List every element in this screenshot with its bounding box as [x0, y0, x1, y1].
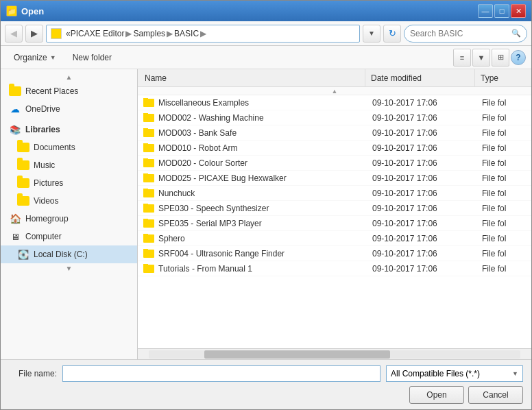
file-type: File fol	[476, 189, 531, 198]
file-folder-icon	[143, 265, 154, 273]
path-dropdown-button[interactable]: ▼	[363, 25, 380, 43]
file-type: File fol	[476, 143, 531, 153]
sidebar-item-recent-places[interactable]: Recent Places	[1, 82, 137, 100]
scroll-indicator-top[interactable]: ▲	[138, 87, 531, 95]
sidebar-item-pictures[interactable]: Pictures	[1, 174, 137, 192]
sidebar-item-documents[interactable]: Documents	[1, 138, 137, 156]
forward-button[interactable]: ▶	[25, 25, 43, 43]
file-list[interactable]: Miscellaneous Examples 09-10-2017 17:06 …	[138, 95, 531, 348]
address-path[interactable]: « PICAXE Editor ▶ Samples ▶ BASIC ▶	[46, 25, 360, 43]
bottom-area: File name: All Compatible Files (*.*) ▼ …	[1, 359, 531, 409]
search-icon: 🔍	[511, 29, 521, 38]
sidebar-item-videos[interactable]: Videos	[1, 192, 137, 210]
file-folder-icon	[143, 159, 154, 167]
sidebar-item-computer[interactable]: 🖥 Computer	[1, 228, 137, 245]
sidebar-scroll-up[interactable]: ▲	[1, 72, 137, 82]
sidebar-label-recent-places: Recent Places	[25, 86, 78, 96]
file-row[interactable]: SPE035 - Serial MP3 Player 09-10-2017 17…	[138, 216, 531, 231]
videos-icon	[17, 195, 29, 207]
file-row[interactable]: MOD020 - Colour Sorter 09-10-2017 17:06 …	[138, 156, 531, 171]
new-folder-button[interactable]: New folder	[65, 49, 119, 67]
help-button[interactable]: ?	[511, 50, 526, 65]
file-name: MOD002 - Washing Machine	[138, 113, 367, 123]
new-folder-label: New folder	[73, 53, 112, 62]
file-name: SPE035 - Serial MP3 Player	[138, 219, 367, 228]
organize-button[interactable]: Organize ▼	[6, 49, 64, 67]
file-name-text: Miscellaneous Examples	[158, 98, 249, 108]
recent-places-icon	[9, 85, 21, 97]
file-row[interactable]: SPE030 - Speech Synthesizer 09-10-2017 1…	[138, 201, 531, 216]
file-row[interactable]: Miscellaneous Examples 09-10-2017 17:06 …	[138, 95, 531, 110]
file-name-text: Tutorials - From Manual 1	[158, 264, 252, 274]
close-button[interactable]: ✕	[511, 4, 526, 18]
file-panel: Name Date modified Type ▲ Miscellaneous …	[138, 69, 531, 359]
file-folder-icon	[143, 189, 154, 197]
file-name-text: MOD010 - Robot Arm	[158, 143, 237, 153]
sidebar: ▲ Recent Places ☁ OneDrive 📚 Libraries	[1, 69, 138, 359]
file-name-text: SPE035 - Serial MP3 Player	[158, 219, 262, 228]
local-disk-icon: 💽	[17, 248, 29, 261]
sidebar-label-videos: Videos	[34, 196, 58, 206]
sidebar-label-homegroup: Homegroup	[25, 214, 69, 224]
file-type: File fol	[476, 158, 531, 168]
hscroll-thumb	[204, 350, 390, 359]
sidebar-item-onedrive[interactable]: ☁ OneDrive	[1, 100, 137, 118]
file-type: File fol	[476, 173, 531, 183]
col-type[interactable]: Type	[475, 69, 530, 86]
cancel-button[interactable]: Cancel	[468, 386, 523, 404]
file-row[interactable]: Sphero 09-10-2017 17:06 File fol	[138, 231, 531, 246]
file-row[interactable]: MOD003 - Bank Safe 09-10-2017 17:06 File…	[138, 125, 531, 141]
refresh-button[interactable]: ↻	[383, 25, 401, 43]
file-row[interactable]: Tutorials - From Manual 1 09-10-2017 17:…	[138, 261, 531, 276]
search-input[interactable]	[410, 29, 509, 38]
file-name: SPE030 - Speech Synthesizer	[138, 204, 367, 213]
horizontal-scrollbar[interactable]	[138, 348, 531, 359]
view-list-button[interactable]: ≡	[453, 49, 471, 67]
sidebar-scroll-down[interactable]: ▼	[1, 263, 137, 274]
file-name: Tutorials - From Manual 1	[138, 264, 367, 274]
file-date: 09-10-2017 17:06	[367, 234, 476, 243]
documents-icon	[17, 141, 29, 154]
file-name-text: MOD003 - Bank Safe	[158, 128, 237, 138]
file-row[interactable]: SRF004 - Ultrasonic Range Finder 09-10-2…	[138, 246, 531, 261]
file-name-text: SRF004 - Ultrasonic Range Finder	[158, 249, 285, 258]
file-type: File fol	[476, 128, 531, 138]
file-type: File fol	[476, 264, 531, 274]
sidebar-label-documents: Documents	[34, 143, 75, 152]
filetype-dropdown[interactable]: All Compatible Files (*.*) ▼	[386, 365, 523, 382]
toolbar: Organize ▼ New folder ≡ ▼ ⊞ ?	[1, 46, 531, 69]
file-row[interactable]: MOD025 - PICAXE Bug Hexwalker 09-10-2017…	[138, 171, 531, 186]
filename-row: File name: All Compatible Files (*.*) ▼	[9, 365, 523, 382]
view-dropdown-button[interactable]: ▼	[472, 49, 490, 67]
view-grid-button[interactable]: ⊞	[492, 49, 509, 67]
sidebar-item-local-disk[interactable]: 💽 Local Disk (C:)	[1, 245, 137, 263]
file-folder-icon	[143, 99, 154, 107]
sidebar-label-pictures: Pictures	[34, 178, 63, 188]
col-date[interactable]: Date modified	[365, 69, 475, 86]
filename-input[interactable]	[62, 365, 380, 382]
file-type: File fol	[476, 219, 531, 228]
file-type: File fol	[476, 98, 531, 108]
file-name: SRF004 - Ultrasonic Range Finder	[138, 249, 367, 258]
back-button[interactable]: ◀	[5, 25, 23, 43]
maximize-button[interactable]: □	[494, 4, 509, 18]
file-row[interactable]: Nunchuck 09-10-2017 17:06 File fol	[138, 186, 531, 201]
window-title: Open	[21, 6, 478, 16]
file-type: File fol	[476, 113, 531, 123]
file-date: 09-10-2017 17:06	[367, 128, 476, 138]
sidebar-item-homegroup[interactable]: 🏠 Homegroup	[1, 210, 137, 228]
sidebar-label-computer: Computer	[25, 232, 62, 241]
open-button[interactable]: Open	[409, 386, 464, 404]
file-row[interactable]: MOD002 - Washing Machine 09-10-2017 17:0…	[138, 110, 531, 125]
file-row[interactable]: MOD010 - Robot Arm 09-10-2017 17:06 File…	[138, 141, 531, 156]
open-dialog: 📁 Open — □ ✕ ◀ ▶ « PICAXE Editor ▶ Sampl…	[0, 0, 532, 410]
sidebar-item-music[interactable]: Music	[1, 156, 137, 174]
file-name: MOD020 - Colour Sorter	[138, 158, 367, 168]
file-name-text: MOD025 - PICAXE Bug Hexwalker	[158, 173, 287, 183]
libraries-icon: 📚	[9, 123, 21, 136]
col-name[interactable]: Name	[139, 69, 365, 86]
file-name-text: MOD020 - Colour Sorter	[158, 158, 247, 168]
music-icon	[17, 159, 29, 171]
minimize-button[interactable]: —	[478, 4, 493, 18]
homegroup-icon: 🏠	[9, 213, 21, 225]
